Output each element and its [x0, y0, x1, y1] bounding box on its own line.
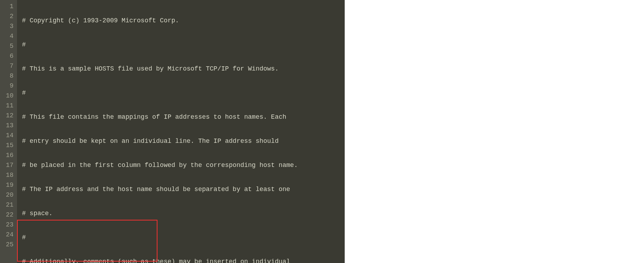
code-line[interactable]: # Additionally, comments (such as these)…	[22, 257, 345, 263]
line-number: 3	[2, 21, 13, 31]
line-number: 18	[2, 170, 13, 180]
code-line[interactable]: # This file contains the mappings of IP …	[22, 112, 345, 122]
code-line[interactable]: # entry should be kept on an individual …	[22, 136, 345, 146]
code-line[interactable]: # space.	[22, 208, 345, 218]
line-number: 5	[2, 41, 13, 51]
line-number: 15	[2, 140, 13, 150]
code-area[interactable]: # Copyright (c) 1993-2009 Microsoft Corp…	[17, 0, 345, 263]
code-line[interactable]: #	[22, 233, 345, 242]
line-number: 1	[2, 1, 13, 11]
line-number: 12	[2, 111, 13, 121]
line-number: 8	[2, 71, 13, 81]
line-number: 17	[2, 160, 13, 170]
line-number: 10	[2, 91, 13, 101]
line-number: 22	[2, 210, 13, 220]
line-number: 11	[2, 101, 13, 111]
line-number: 16	[2, 150, 13, 160]
code-line[interactable]: # This is a sample HOSTS file used by Mi…	[22, 64, 345, 74]
line-number: 6	[2, 51, 13, 61]
code-line[interactable]: # The IP address and the host name shoul…	[22, 184, 345, 194]
line-number: 7	[2, 61, 13, 71]
line-number: 25	[2, 240, 13, 250]
line-number: 21	[2, 200, 13, 210]
line-number-gutter: 1 2 3 4 5 6 7 8 9 10 11 12 13 14 15 16 1…	[0, 0, 17, 263]
code-line[interactable]: # Copyright (c) 1993-2009 Microsoft Corp…	[22, 16, 345, 26]
line-number: 20	[2, 190, 13, 200]
code-line[interactable]: #	[22, 88, 345, 98]
code-editor[interactable]: 1 2 3 4 5 6 7 8 9 10 11 12 13 14 15 16 1…	[0, 0, 345, 263]
line-number: 23	[2, 220, 13, 230]
line-number: 4	[2, 31, 13, 41]
line-number: 24	[2, 230, 13, 240]
line-number: 2	[2, 11, 13, 21]
line-number: 9	[2, 81, 13, 91]
code-line[interactable]: #	[22, 40, 345, 50]
line-number: 19	[2, 180, 13, 190]
code-line[interactable]: # be placed in the first column followed…	[22, 160, 345, 170]
line-number: 13	[2, 121, 13, 130]
line-number: 14	[2, 130, 13, 140]
